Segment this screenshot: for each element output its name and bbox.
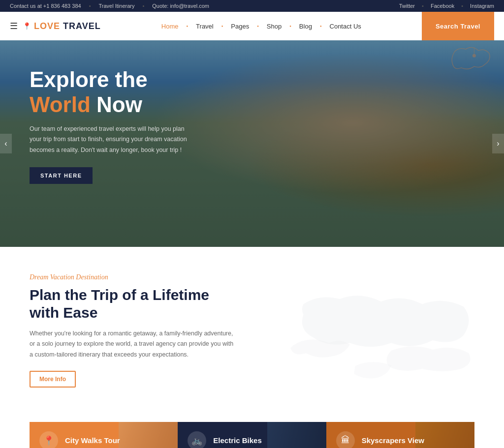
skyscrapers-label: Skyscrapers View (362, 436, 424, 445)
section-title: Plan the Trip of a Lifetime with Ease (30, 286, 226, 322)
nav-contact[interactable]: Contact Us (324, 20, 367, 33)
electric-bikes-label: Electric Bikes (213, 436, 261, 445)
electric-bikes-icon: 🚲 (188, 431, 206, 448)
nav-shop[interactable]: Shop (261, 20, 287, 33)
itinerary-link[interactable]: Travel Itinerary (99, 3, 135, 9)
hero-title: Explore the World Now (30, 67, 197, 117)
hero-cta-button[interactable]: START HERE (30, 167, 93, 184)
svg-point-0 (472, 54, 476, 58)
nav-dot-3: ● (257, 25, 259, 28)
nav-travel-label: Travel (196, 23, 214, 30)
top-bar-left: Contact us at +1 836 483 384 • Travel It… (10, 3, 209, 9)
nav-shop-label: Shop (267, 23, 282, 30)
city-walks-label: City Walks Tour (65, 436, 120, 445)
nav-contact-label: Contact Us (330, 23, 361, 30)
hamburger-menu[interactable]: ☰ (10, 21, 18, 31)
location-icon: 📍 (23, 22, 31, 30)
nav-blog[interactable]: Blog (293, 20, 318, 33)
main-nav: Home ● Travel ● Pages ● Shop ● Blog ● Co… (156, 20, 367, 33)
dream-section: Dream Vacation Destination Plan the Trip… (0, 247, 504, 407)
nav-pages-label: Pages (231, 23, 249, 30)
tour-cards-row: 📍 City Walks Tour 🚲 Electric Bikes 🏛 Sky… (30, 422, 474, 448)
header: ☰ 📍 LOVE TRAVEL Home ● Travel ● Pages ● … (0, 12, 504, 40)
hero-content: Explore the World Now Our team of experi… (30, 67, 197, 184)
nav-blog-label: Blog (299, 23, 312, 30)
logo[interactable]: 📍 LOVE TRAVEL (23, 21, 101, 31)
hero-prev-arrow[interactable]: ‹ (0, 134, 12, 153)
section-desc: Whether you're looking for a romantic ge… (30, 329, 236, 360)
nav-pages[interactable]: Pages (225, 20, 255, 33)
hero-section: Explore the World Now Our team of experi… (0, 40, 504, 247)
tour-card-skyscrapers[interactable]: 🏛 Skyscrapers View (326, 422, 474, 448)
nav-dot-1: ● (186, 25, 188, 28)
hero-title-orange: World (30, 92, 91, 117)
nav-home[interactable]: Home (156, 20, 185, 33)
separator-2: • (142, 3, 144, 9)
electric-bikes-bg-image (267, 422, 326, 448)
logo-text: LOVE TRAVEL (34, 21, 101, 31)
nav-dot-4: ● (289, 25, 291, 28)
separator-1: • (89, 3, 91, 9)
hero-next-arrow[interactable]: › (492, 134, 504, 153)
hero-subtitle: Our team of experienced travel experts w… (30, 124, 197, 155)
contact-info: Contact us at +1 836 483 384 (10, 3, 81, 9)
nav-dot-5: ● (320, 25, 322, 28)
top-bar-right: Twitter • Facebook • Instagram (399, 3, 494, 9)
search-travel-button[interactable]: Search Travel (422, 12, 494, 40)
sep-social-2: • (461, 3, 463, 9)
nav-travel[interactable]: Travel (190, 20, 220, 33)
nav-dot-2: ● (221, 25, 223, 28)
twitter-link[interactable]: Twitter (399, 3, 415, 9)
quote-info: Quote: info@travel.com (152, 3, 209, 9)
sep-social-1: • (422, 3, 424, 9)
tour-card-city-walks[interactable]: 📍 City Walks Tour (30, 422, 178, 448)
hero-title-white: Now (91, 92, 142, 117)
world-map-decoration (278, 262, 484, 407)
city-walks-bg-image (119, 422, 178, 448)
hero-title-line1: Explore the (30, 67, 148, 91)
header-left: ☰ 📍 LOVE TRAVEL (10, 21, 101, 31)
nav-home-label: Home (161, 23, 179, 30)
facebook-link[interactable]: Facebook (431, 3, 454, 9)
top-bar: Contact us at +1 836 483 384 • Travel It… (0, 0, 504, 12)
instagram-link[interactable]: Instagram (470, 3, 494, 9)
more-info-button[interactable]: More Info (30, 371, 76, 388)
city-walks-icon: 📍 (39, 431, 58, 448)
map-decoration (450, 43, 494, 77)
tour-card-electric-bikes[interactable]: 🚲 Electric Bikes (178, 422, 326, 448)
skyscrapers-icon: 🏛 (336, 431, 355, 448)
